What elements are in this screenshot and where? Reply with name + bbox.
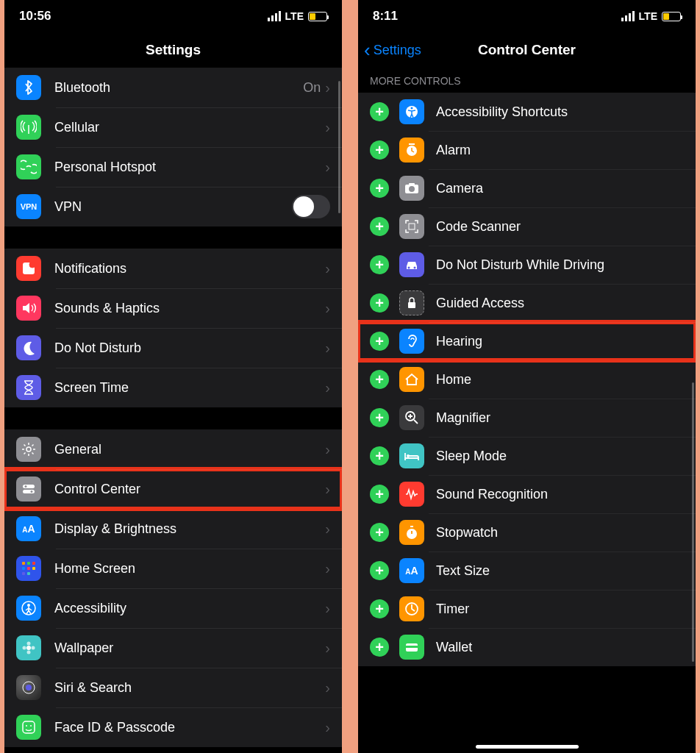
row-label: General	[54, 442, 325, 457]
header: Settings	[4, 32, 342, 68]
svg-rect-12	[32, 567, 35, 570]
add-button[interactable]: +	[370, 446, 389, 465]
add-button[interactable]: +	[370, 293, 389, 313]
add-button[interactable]: +	[370, 255, 389, 274]
settings-row-controlcenter[interactable]: Control Center›	[4, 469, 342, 509]
control-row-text-size[interactable]: +AAText Size	[358, 552, 696, 590]
battery-icon	[308, 12, 327, 21]
controls-list[interactable]: MORE CONTROLS +Accessibility Shortcuts+A…	[358, 68, 696, 753]
settings-row-cellular[interactable]: Cellular›	[4, 107, 342, 147]
control-row-magnifier[interactable]: +Magnifier	[358, 399, 696, 437]
row-label: Personal Hotspot	[54, 160, 325, 175]
sounds-icon	[16, 296, 41, 321]
svg-point-25	[26, 725, 27, 727]
settings-row-notifications[interactable]: Notifications›	[4, 249, 342, 288]
home-indicator[interactable]	[476, 745, 579, 749]
control-row-accessibility-shortcuts[interactable]: +Accessibility Shortcuts	[358, 93, 696, 131]
settings-row-wallpaper[interactable]: Wallpaper›	[4, 628, 342, 668]
settings-row-display[interactable]: AADisplay & Brightness›	[4, 509, 342, 549]
magnifier-icon	[399, 405, 424, 430]
control-label: Alarm	[436, 143, 471, 158]
homescreen-icon	[16, 556, 41, 581]
chevron-left-icon: ‹	[364, 40, 371, 60]
scrollbar[interactable]	[338, 81, 340, 213]
svg-point-26	[30, 725, 32, 727]
guided-access-icon	[399, 290, 424, 315]
svg-rect-43	[406, 646, 418, 648]
settings-row-sounds[interactable]: Sounds & Haptics›	[4, 288, 342, 328]
add-button[interactable]: +	[370, 102, 389, 121]
add-button[interactable]: +	[370, 638, 389, 657]
chevron-right-icon: ›	[325, 481, 330, 498]
settings-list[interactable]: BluetoothOn›Cellular›Personal Hotspot›VP…	[4, 68, 342, 753]
control-row-dnd-driving[interactable]: +Do Not Disturb While Driving	[358, 246, 696, 284]
svg-point-18	[27, 642, 31, 646]
add-button[interactable]: +	[370, 408, 389, 427]
settings-row-hotspot[interactable]: Personal Hotspot›	[4, 147, 342, 187]
chevron-right-icon: ›	[325, 560, 330, 577]
control-row-alarm[interactable]: +Alarm	[358, 131, 696, 169]
control-label: Accessibility Shortcuts	[436, 104, 568, 120]
add-button[interactable]: +	[370, 370, 389, 389]
row-label: Display & Brightness	[54, 521, 325, 537]
svg-point-20	[23, 646, 26, 650]
add-button[interactable]: +	[370, 179, 389, 198]
back-button[interactable]: ‹ Settings	[364, 40, 421, 60]
add-button[interactable]: +	[370, 140, 389, 160]
control-row-home[interactable]: +Home	[358, 360, 696, 399]
toggle[interactable]	[292, 195, 330, 218]
svg-rect-7	[22, 562, 25, 565]
add-button[interactable]: +	[370, 523, 389, 542]
add-button[interactable]: +	[370, 599, 389, 618]
chevron-right-icon: ›	[325, 441, 330, 458]
settings-row-accessibility[interactable]: Accessibility›	[4, 588, 342, 628]
control-label: Wallet	[436, 640, 472, 655]
control-label: Sleep Mode	[436, 449, 507, 464]
control-row-stopwatch[interactable]: +Stopwatch	[358, 513, 696, 552]
settings-row-faceid[interactable]: Face ID & Passcode›	[4, 707, 342, 747]
settings-row-siri[interactable]: Siri & Search›	[4, 668, 342, 707]
status-bar: 10:56 LTE	[4, 0, 342, 32]
carrier-label: LTE	[639, 10, 657, 22]
control-center-screen: 8:11 LTE ‹ Settings Control Center MORE …	[356, 0, 700, 753]
svg-point-31	[409, 186, 415, 192]
camera-icon	[399, 176, 424, 201]
add-button[interactable]: +	[370, 561, 389, 580]
dnd-driving-icon	[399, 252, 424, 277]
add-button[interactable]: +	[370, 485, 389, 504]
control-row-sleep-mode[interactable]: +Sleep Mode	[358, 437, 696, 475]
svg-rect-36	[408, 302, 415, 308]
row-label: VPN	[54, 199, 292, 215]
control-row-camera[interactable]: +Camera	[358, 169, 696, 207]
scrollbar[interactable]	[692, 382, 694, 662]
settings-row-vpn[interactable]: VPNVPN	[4, 187, 342, 226]
control-row-guided-access[interactable]: +Guided Access	[358, 284, 696, 322]
control-row-code-scanner[interactable]: +Code Scanner	[358, 207, 696, 246]
signal-icon	[268, 11, 281, 21]
control-row-sound-recognition[interactable]: +Sound Recognition	[358, 475, 696, 513]
add-button[interactable]: +	[370, 332, 389, 351]
svg-rect-3	[23, 485, 35, 488]
timer-icon	[399, 596, 424, 621]
svg-point-23	[26, 685, 32, 690]
chevron-right-icon: ›	[325, 79, 330, 96]
svg-rect-40	[410, 526, 413, 527]
control-row-hearing[interactable]: +Hearing	[358, 322, 696, 360]
bluetooth-icon	[16, 75, 41, 100]
svg-point-21	[32, 646, 35, 650]
add-button[interactable]: +	[370, 217, 389, 236]
svg-rect-10	[22, 567, 25, 570]
settings-row-general[interactable]: General›	[4, 429, 342, 469]
control-row-wallet[interactable]: +Wallet	[358, 628, 696, 666]
row-label: Cellular	[54, 120, 325, 135]
settings-row-homescreen[interactable]: Home Screen›	[4, 549, 342, 588]
control-row-timer[interactable]: +Timer	[358, 590, 696, 628]
settings-row-bluetooth[interactable]: BluetoothOn›	[4, 68, 342, 107]
svg-rect-9	[32, 562, 35, 565]
svg-point-19	[27, 651, 31, 654]
notifications-icon	[16, 256, 41, 281]
chevron-right-icon: ›	[325, 719, 330, 736]
settings-row-screentime[interactable]: Screen Time›	[4, 368, 342, 407]
settings-row-dnd[interactable]: Do Not Disturb›	[4, 328, 342, 368]
control-label: Do Not Disturb While Driving	[436, 257, 604, 273]
